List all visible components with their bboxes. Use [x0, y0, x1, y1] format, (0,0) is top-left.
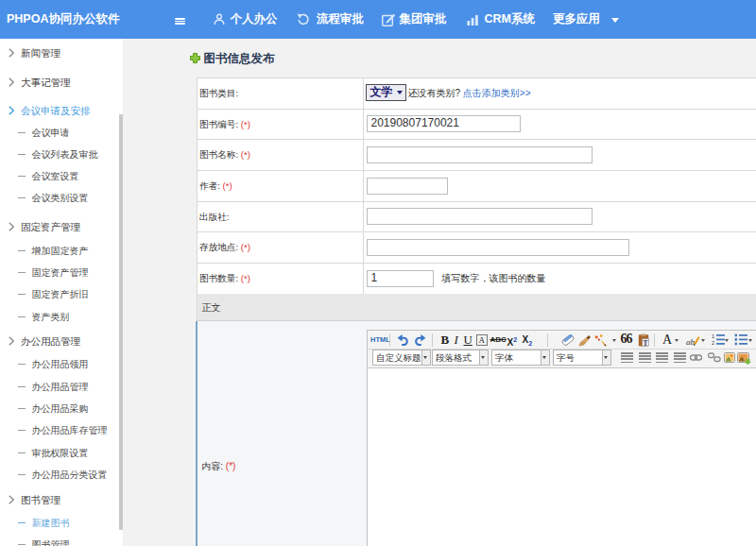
- svg-text:2: 2: [712, 340, 714, 346]
- svg-text:1: 1: [712, 333, 714, 339]
- svg-text:T: T: [643, 338, 647, 347]
